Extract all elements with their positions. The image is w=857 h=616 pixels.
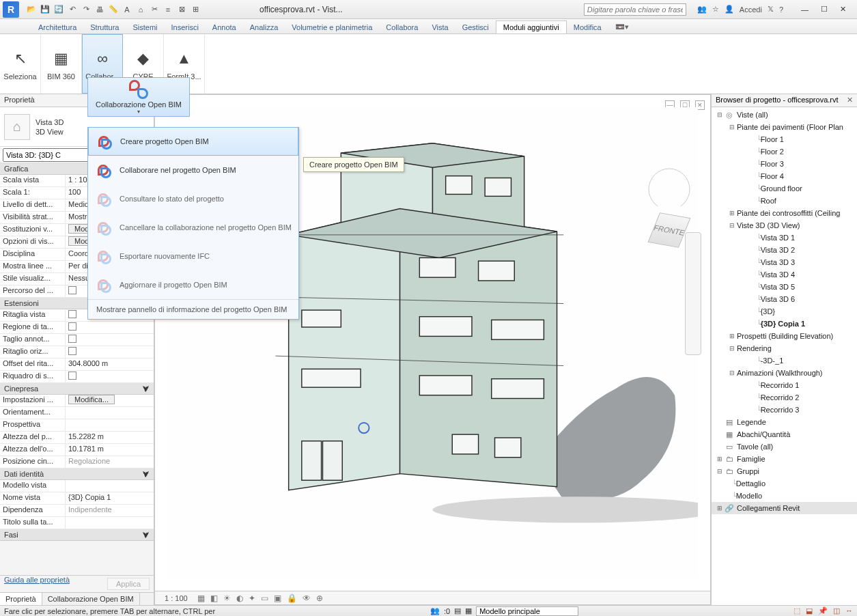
dropdown-footer[interactable]: Mostrare pannello di informazione del pr… — [88, 299, 298, 319]
ribbon-tab-volumetrie-e-planimetria[interactable]: Volumetrie e planimetria — [285, 21, 379, 33]
tree-item[interactable]: ▭Tavole (all) — [712, 440, 857, 453]
minimize-button[interactable]: — — [801, 5, 809, 14]
tree-item[interactable]: ⊟Animazioni (Walkthrough) — [712, 367, 857, 379]
ribbon-tab-sistemi[interactable]: Sistemi — [126, 21, 164, 33]
prop-row[interactable]: Nome vista{3D} Copia 1 — [0, 492, 154, 505]
prop-row[interactable]: Offset del rita...304.8000 m — [0, 359, 154, 371]
crop-icon[interactable]: ▭ — [261, 593, 268, 603]
prop-row[interactable]: Riquadro di s... — [0, 371, 154, 383]
view-scale[interactable]: 1 : 100 — [160, 594, 192, 602]
ribbon-bim-360-button[interactable]: ▦BIM 360 — [41, 34, 82, 94]
tree-item[interactable]: ▦Abachi/Quantità — [712, 428, 857, 440]
prop-row[interactable]: Altezza del p...15.2282 m — [0, 432, 154, 444]
prop-tab-1[interactable]: Collaborazione Open BIM — [42, 593, 140, 605]
ribbon-tab-modifica[interactable]: Modifica — [567, 21, 608, 33]
prop-row[interactable]: Altezza dell'o...10.1781 m — [0, 444, 154, 456]
collaboration-split-button[interactable]: Collaborazione Open BIM ▾ — [87, 77, 190, 117]
qat-save-icon[interactable]: 💾 — [40, 4, 51, 15]
qat-measure-icon[interactable]: 📏 — [108, 4, 119, 15]
select-pinned-icon[interactable]: 📌 — [818, 606, 828, 615]
shadows-icon[interactable]: ◐ — [236, 593, 243, 603]
tree-item[interactable]: ⊟🗀Gruppi — [712, 465, 857, 477]
prop-row[interactable]: Posizione cin...Regolazione — [0, 456, 154, 468]
drag-elements-icon[interactable]: ↔ — [845, 606, 853, 615]
prop-row[interactable]: DipendenzaIndipendente — [0, 505, 154, 517]
revit-app-icon[interactable]: R — [3, 1, 19, 18]
tree-item[interactable]: └ Floor 4 — [712, 170, 857, 182]
prop-section-fasi[interactable]: Fasi⮟ — [0, 529, 154, 541]
tree-item[interactable]: └ {3D} — [712, 305, 857, 318]
qat-undo-icon[interactable]: ↶ — [67, 4, 78, 15]
dropdown-item-1[interactable]: Collaborare nel progetto Open BIM — [88, 156, 298, 184]
temp-hide-icon[interactable]: 👁 — [303, 593, 311, 603]
infocenter-icon[interactable]: 👥 — [697, 5, 707, 14]
prop-row[interactable]: Prospettiva — [0, 419, 154, 432]
properties-apply-button[interactable]: Applica — [107, 578, 150, 590]
tree-item[interactable]: ⊞🔗Collegamenti Revit — [712, 502, 857, 514]
qat-redo-icon[interactable]: ↷ — [81, 4, 92, 15]
sun-path-icon[interactable]: ☀ — [223, 593, 231, 603]
tree-item[interactable]: ⊟Rendering — [712, 342, 857, 354]
qat-thin-lines-icon[interactable]: ≡ — [163, 4, 173, 15]
tree-item[interactable]: └ Modello — [712, 490, 857, 502]
qat-text-icon[interactable]: A — [122, 4, 132, 15]
properties-help-link[interactable]: Guida alle proprietà — [0, 573, 74, 587]
tree-item[interactable]: ⊞🗀Famiglie — [712, 453, 857, 465]
navigation-bar[interactable] — [685, 232, 701, 355]
tree-item[interactable]: └ Vista 3D 4 — [712, 268, 857, 281]
qat-3d-icon[interactable]: ⌂ — [135, 4, 146, 15]
ribbon-overflow[interactable]: 📼▾ — [608, 20, 636, 33]
browser-close-icon[interactable]: ✕ — [847, 96, 853, 104]
maximize-button[interactable]: ☐ — [821, 5, 828, 14]
tree-item[interactable]: └ Floor 2 — [712, 145, 857, 158]
dropdown-item-0[interactable]: Creare progetto Open BIM — [88, 127, 298, 156]
select-underlay-icon[interactable]: ⬓ — [806, 606, 813, 615]
search-input[interactable] — [584, 3, 686, 16]
prop-section-dati identità[interactable]: Dati identità⮟ — [0, 468, 154, 480]
status-model-icon[interactable]: ▦ — [465, 606, 472, 615]
ribbon-tab-struttura[interactable]: Struttura — [83, 21, 126, 33]
prop-row[interactable]: Impostazioni ...Modifica... — [0, 395, 154, 407]
tree-item[interactable]: └ Floor 1 — [712, 133, 857, 145]
ribbon-tab-inserisci[interactable]: Inserisci — [165, 21, 206, 33]
ribbon-tab-architettura[interactable]: Architettura — [31, 21, 83, 33]
tree-item[interactable]: └ Vista 3D 1 — [712, 232, 857, 244]
qat-close-hidden-icon[interactable]: ⊠ — [176, 4, 187, 15]
ribbon-tab-annota[interactable]: Annota — [206, 21, 243, 33]
close-button[interactable]: ✕ — [840, 5, 846, 14]
tree-item[interactable]: ⊞Prospetti (Building Elevation) — [712, 330, 857, 342]
visual-style-icon[interactable]: ◧ — [210, 593, 218, 603]
ribbon-tab-moduli-aggiuntivi[interactable]: Moduli aggiuntivi — [496, 20, 567, 33]
lock-icon[interactable]: 🔒 — [287, 593, 297, 603]
rendering-icon[interactable]: ✦ — [249, 593, 255, 603]
tree-item[interactable]: └ Recorrido 1 — [712, 379, 857, 391]
ribbon-tab-collabora[interactable]: Collabora — [379, 21, 425, 33]
help-icon[interactable]: ? — [779, 5, 783, 14]
qat-open-icon[interactable]: 📂 — [26, 4, 37, 15]
ribbon-tab-gestisci[interactable]: Gestisci — [455, 21, 496, 33]
tree-item[interactable]: └ {3D} Copia 1 — [712, 318, 857, 330]
tree-item[interactable]: └ Recorrido 2 — [712, 391, 857, 404]
detail-level-icon[interactable]: ▦ — [197, 593, 205, 603]
prop-tab-0[interactable]: Proprietà — [0, 593, 42, 605]
tree-item[interactable]: └ Recorrido 3 — [712, 404, 857, 416]
prop-row[interactable]: Taglio annot... — [0, 334, 154, 346]
tree-item[interactable]: ⊟Piante dei pavimenti (Floor Plan — [712, 121, 857, 133]
tree-item[interactable]: └ Vista 3D 5 — [712, 281, 857, 293]
reveal-icon[interactable]: ⊕ — [316, 593, 323, 603]
prop-row[interactable]: Orientament... — [0, 407, 154, 419]
prop-row[interactable]: Titolo sulla ta... — [0, 517, 154, 529]
status-model-input[interactable] — [476, 606, 578, 616]
prop-section-cinepresa[interactable]: Cinepresa⮟ — [0, 383, 154, 395]
signin-icon[interactable]: 👤 — [725, 5, 734, 14]
select-face-icon[interactable]: ◫ — [833, 606, 840, 615]
tree-item[interactable]: └ Ground floor — [712, 182, 857, 195]
tree-item[interactable]: └ Vista 3D 2 — [712, 244, 857, 256]
prop-row[interactable]: Modello vista — [0, 480, 154, 492]
tree-item[interactable]: └ -3D-_1 — [712, 354, 857, 367]
qat-switch-window-icon[interactable]: ⊞ — [190, 4, 201, 15]
exchange-icon[interactable]: 𝕏 — [768, 5, 774, 14]
tree-item[interactable]: ▤Legende — [712, 416, 857, 428]
tree-item[interactable]: └ Dettaglio — [712, 477, 857, 490]
status-worksets-icon[interactable]: 👥 — [430, 606, 440, 615]
